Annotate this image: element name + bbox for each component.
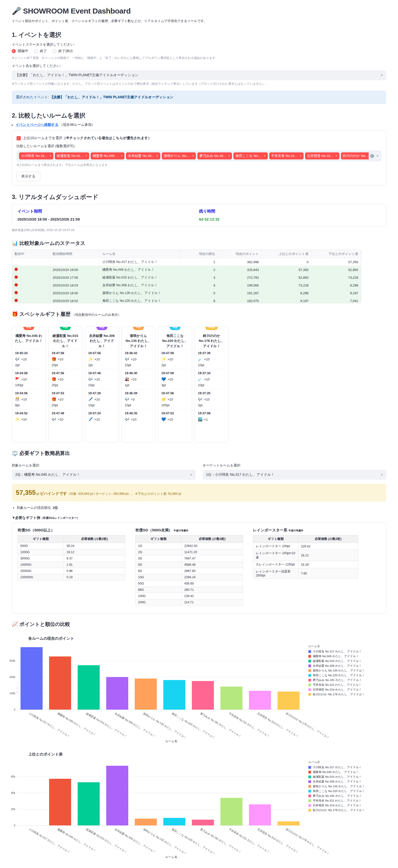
- legend-item[interactable]: 永井結愛 No.306 わたし、アイドル！: [308, 780, 365, 783]
- event-page-link[interactable]: イベントページへ移動する: [15, 123, 58, 127]
- bar[interactable]: [221, 686, 243, 710]
- legend-item[interactable]: 夢乃みみ No.181 わたし、アイドル！: [308, 678, 365, 682]
- rank-badge: 2位: [23, 327, 34, 330]
- legend-item[interactable]: 永井結愛 No.306 わたし、アイドル！: [308, 664, 365, 668]
- gift-count: ×10: [58, 377, 63, 381]
- gift-example-expander[interactable]: ▼必要なギフト例（有償SG&レインボースター）: [12, 516, 386, 520]
- legend-item[interactable]: 平井美有 No.311 わたし、アイドル！: [308, 683, 365, 687]
- bar[interactable]: [163, 818, 186, 826]
- legend-item[interactable]: 夢乃みみ No.181 わたし、アイドル！: [308, 794, 365, 798]
- bar[interactable]: [135, 818, 157, 826]
- gift-item-icon: 🎶: [88, 377, 93, 381]
- gift-time: 19:47:53: [52, 392, 79, 395]
- room-tag[interactable]: 鈴川ののか No....×: [341, 152, 369, 159]
- bar[interactable]: [163, 680, 186, 710]
- bar[interactable]: [135, 679, 157, 710]
- legend-item[interactable]: 角田ここな No.220 わたし、アイドル！: [308, 789, 365, 793]
- checkbox-checked-icon[interactable]: ✓: [16, 136, 21, 141]
- gift-history-note: （現在配信中のルームのみ表示）: [72, 313, 121, 316]
- gift-item-icon: ✨: [15, 417, 20, 421]
- target-room-select[interactable]: 2位：橘愛寿 No.045 わたし、アイドル！ ˅: [12, 470, 196, 480]
- legend-item[interactable]: 綾瀬彩葉 No.015 わたし、アイドル！: [308, 775, 365, 779]
- remove-tag-icon[interactable]: ×: [157, 154, 158, 158]
- live-dot-icon: [14, 276, 18, 279]
- remove-tag-icon[interactable]: ×: [192, 154, 194, 158]
- legend-item[interactable]: 鈴川ののか No.178 わたし、アイドル！: [308, 692, 365, 696]
- legend-item[interactable]: 石井萌音 No.314 わたし、アイドル！: [308, 804, 365, 807]
- legend-item[interactable]: 平井美有 No.311 わたし、アイドル！: [308, 799, 365, 803]
- microphone-icon: 🎤: [12, 7, 21, 15]
- gift-item-icon: 🎁: [52, 377, 56, 381]
- bar[interactable]: [192, 681, 214, 710]
- status-table[interactable]: 配信中配信開始時間ルーム名現在の順位現在のポイント上位とのポイント差下位とのポイ…: [12, 250, 361, 303]
- bar[interactable]: [78, 665, 100, 710]
- bar[interactable]: [249, 691, 271, 710]
- bar[interactable]: [78, 782, 100, 826]
- top10-checkbox-row[interactable]: ✓ 上位10ルームまでを選択（※チェックされている場合はこちらが優先されます）: [16, 136, 382, 141]
- gift-entry: 19:37:34 ☄️×10 10pt: [197, 369, 226, 389]
- room-tag[interactable]: 永井結愛 No.30...×: [126, 152, 160, 159]
- remove-tag-icon[interactable]: ×: [121, 154, 123, 158]
- legend-item[interactable]: 綾瀬彩葉 No.015 わたし、アイドル！: [308, 659, 365, 663]
- bar[interactable]: [21, 647, 43, 710]
- radio-option-0[interactable]: 開催中: [12, 49, 28, 53]
- remove-tag-icon[interactable]: ×: [336, 154, 337, 158]
- room-tag[interactable]: 小川咲良 No.31...×: [19, 152, 53, 159]
- legend-item[interactable]: 小川咲良 No.317 わたし、アイドル！: [308, 766, 365, 769]
- legend-item[interactable]: 橘愛寿 No.045 わたし、アイドル！: [308, 770, 365, 774]
- bar[interactable]: [192, 819, 214, 826]
- legend-item[interactable]: 石井萌音 No.314 わたし、アイドル！: [308, 688, 365, 691]
- gift-example-column: レインボースター系 ※進行考慮外 ギフト種類必要個数 (小数2桁)レインボースタ…: [253, 528, 358, 606]
- radio-option-2[interactable]: 終了(BU): [52, 49, 73, 53]
- radio-unselected-icon[interactable]: [52, 49, 56, 53]
- legend-item[interactable]: 柴咲かりん No.135 わたし、アイドル！: [308, 784, 365, 788]
- bar[interactable]: [49, 656, 71, 710]
- bar[interactable]: [277, 691, 300, 710]
- radio-option-1[interactable]: 終了: [34, 49, 47, 53]
- room-tag[interactable]: 綾瀬彩葉 No.01...×: [55, 152, 89, 159]
- radio-unselected-icon[interactable]: [34, 49, 38, 53]
- legend-label: 平井美有 No.311 わたし、アイドル！: [313, 799, 361, 803]
- bar[interactable]: [106, 677, 129, 710]
- remove-tag-icon[interactable]: ×: [264, 154, 266, 158]
- clear-all-icon[interactable]: ✕: [370, 154, 374, 158]
- show-button[interactable]: 表示する: [16, 172, 40, 181]
- chevron-down-icon: ˅: [190, 473, 192, 477]
- legend-item[interactable]: 角田ここな No.220 わたし、アイドル！: [308, 674, 365, 677]
- gift-count: ×10: [131, 417, 136, 421]
- event-select[interactable]: 【決勝】「わたし、アイドル！」TWIN PLANET主催アイドルオーディション …: [12, 70, 386, 80]
- gift-count: ×10: [94, 377, 100, 381]
- legend-label: 橘愛寿 No.045 わたし、アイドル！: [313, 770, 359, 774]
- room-tag[interactable]: 角田ここな No....×: [233, 152, 267, 159]
- bar[interactable]: [106, 766, 129, 826]
- bar[interactable]: [221, 798, 243, 826]
- y-tick-label: 20k: [11, 808, 15, 811]
- remove-tag-icon[interactable]: ×: [49, 154, 51, 158]
- gift-time: 19:37:08: [198, 411, 225, 415]
- legend-item[interactable]: 柴咲かりん No.135 わたし、アイドル！: [308, 669, 365, 673]
- room-multiselect[interactable]: 小川咲良 No.31...×綾瀬彩葉 No.01...×橘愛寿 No.045 .…: [16, 150, 382, 161]
- remove-tag-icon[interactable]: ×: [300, 154, 302, 158]
- room-tag[interactable]: 柴咲かりん No....×: [162, 152, 196, 159]
- gift-time: 19:47:28: [88, 392, 116, 395]
- gift-entry: 19:44:52 ✨×10: [14, 409, 43, 425]
- radio-selected-icon[interactable]: [12, 49, 16, 53]
- chart-title: 上位とのポイント差: [28, 752, 386, 757]
- gift-entry: 19:47:58 ✨×10 2pt: [88, 349, 116, 369]
- bar[interactable]: [249, 804, 271, 826]
- legend-item[interactable]: 橘愛寿 No.045 わたし、アイドル！: [308, 654, 365, 658]
- remove-tag-icon[interactable]: ×: [86, 154, 87, 158]
- chevron-down-icon[interactable]: ˅: [376, 154, 378, 158]
- bar[interactable]: [49, 779, 71, 826]
- room-tag[interactable]: 石井萌音 No.31...×: [305, 152, 339, 159]
- gift-room-name: 柴咲かりん No.135 わたし、アイドル！: [124, 333, 153, 349]
- top10-checkbox-label: 上位10ルームまでを選択（※チェックされている場合はこちらが優先されます）: [23, 136, 152, 141]
- room-tag[interactable]: 平井美有 No.31...×: [269, 152, 304, 159]
- legend-item[interactable]: 鈴川ののか No.178 わたし、アイドル！: [308, 808, 365, 812]
- room-tag[interactable]: 橘愛寿 No.045 ...×: [91, 152, 125, 159]
- bar[interactable]: [277, 822, 300, 826]
- legend-item[interactable]: 小川咲良 No.317 わたし、アイドル！: [308, 650, 365, 653]
- goal-room-select[interactable]: 1位：小川咲良 No.317 わたし、アイドル！ ˅: [203, 470, 387, 480]
- room-tag[interactable]: 夢乃みみ No.18...×: [197, 152, 232, 159]
- remove-tag-icon[interactable]: ×: [228, 154, 230, 158]
